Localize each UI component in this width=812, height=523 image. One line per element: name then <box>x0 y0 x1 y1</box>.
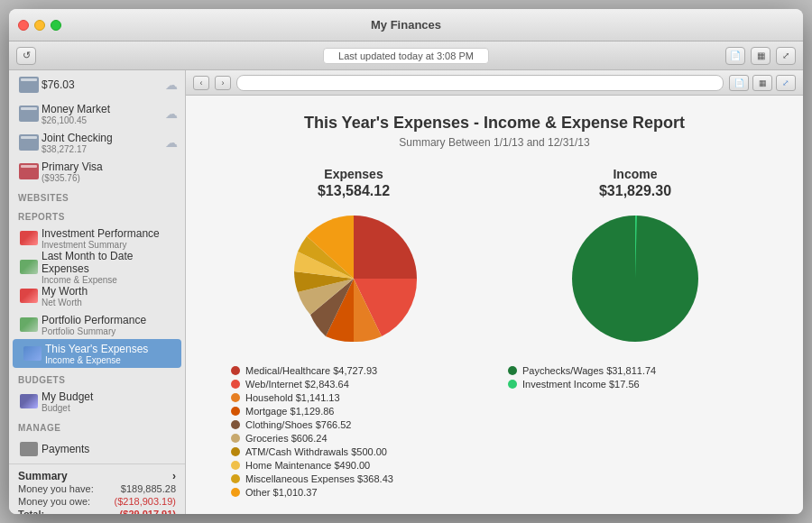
legend-dot-home-maint <box>231 461 240 470</box>
expenses-pie-chart <box>281 206 426 351</box>
report-subtitle: Summary Between 1/1/13 and 12/31/13 <box>213 136 776 149</box>
payments-icon <box>16 436 42 462</box>
legend-dot-clothing <box>231 420 240 429</box>
legend-item-atm: ATM/Cash Withdrawals $500.00 <box>231 446 481 457</box>
expenses-amount: $13,584.12 <box>318 183 390 199</box>
charts-row: Expenses $13,584.12 <box>213 167 776 351</box>
content-grid-button[interactable]: ▦ <box>752 75 772 91</box>
summary-expand[interactable]: › <box>172 470 176 482</box>
legend-item-household: Household $1,141.13 <box>231 392 481 403</box>
report-icon-3 <box>16 283 42 308</box>
sidebar: $76.03 ☁ Money Market $26,100.45 ☁ <box>9 70 186 514</box>
report-title: This Year's Expenses - Income & Expense … <box>213 114 776 133</box>
titlebar: My Finances <box>9 9 803 41</box>
cloud-icon-1: ☁ <box>165 78 178 92</box>
legend-item-mortgage: Mortgage $1,129.86 <box>231 406 481 417</box>
cloud-icon-3: ☁ <box>165 135 178 150</box>
summary-section: Summary › Money you have: $189,885.28 Mo… <box>9 463 185 514</box>
expenses-label: Expenses <box>324 167 383 181</box>
grid-icon-button[interactable]: ▦ <box>751 47 770 65</box>
content-forward-button[interactable]: › <box>215 76 231 90</box>
legend-item-home-maint: Home Maintenance $490.00 <box>231 460 481 471</box>
sidebar-item-investment-performance[interactable]: Investment Performance Investment Summar… <box>9 224 185 252</box>
summary-have-row: Money you have: $189,885.28 <box>18 482 176 495</box>
content-toolbar: ‹ › 📄 ▦ ⤢ <box>186 70 803 96</box>
manage-header: MANAGE <box>9 416 185 435</box>
report-icon-5 <box>20 341 45 366</box>
legend-container: Medical/Healthcare $4,727.93 Web/Interne… <box>213 365 776 498</box>
income-amount: $31,829.30 <box>599 183 671 199</box>
income-pie-chart <box>563 206 707 351</box>
content-expand-button[interactable]: ⤢ <box>776 75 796 91</box>
budget-icon <box>16 389 42 414</box>
legend-item-clothing: Clothing/Shoes $766.52 <box>231 419 481 430</box>
nav-buttons: ↺ <box>16 47 36 65</box>
websites-header: WEBSITES <box>9 186 185 205</box>
report-content: This Year's Expenses - Income & Expense … <box>186 96 803 514</box>
doc-icon-button[interactable]: 📄 <box>725 47 745 65</box>
summary-owe-row: Money you owe: ($218,903.19) <box>18 495 176 508</box>
report-icon-1 <box>16 225 42 251</box>
account-icon-4 <box>16 159 42 184</box>
sidebar-item-my-budget[interactable]: My Budget Budget <box>9 387 185 416</box>
legend-dot-paychecks <box>508 366 517 375</box>
cloud-icon-2: ☁ <box>165 106 178 121</box>
summary-total-row: Total: ($29,017.91) <box>18 508 176 514</box>
income-chart: Income $31,829.30 <box>563 167 707 351</box>
legend-item-medical: Medical/Healthcare $4,727.93 <box>231 365 481 376</box>
sidebar-item-payments[interactable]: Payments <box>9 435 185 463</box>
legend-dot-household <box>231 393 240 402</box>
expense-legend: Medical/Healthcare $4,727.93 Web/Interne… <box>231 365 481 498</box>
sidebar-item-money-market[interactable]: Money Market $26,100.45 ☁ <box>9 99 185 128</box>
income-label: Income <box>613 167 657 181</box>
report-icon-4 <box>16 312 42 337</box>
legend-dot-atm <box>231 447 240 456</box>
legend-item-other: Other $1,010.37 <box>231 487 481 498</box>
sidebar-item-primary-visa[interactable]: Primary Visa ($935.76) <box>9 157 185 186</box>
sidebar-item-account-1[interactable]: $76.03 ☁ <box>9 70 185 99</box>
reports-header: REPORTS <box>9 205 185 224</box>
expand-icon-button[interactable]: ⤢ <box>776 47 796 65</box>
account-icon-1 <box>16 72 42 97</box>
refresh-button[interactable]: ↺ <box>16 47 36 65</box>
account-icon-3 <box>16 130 42 155</box>
expenses-chart: Expenses $13,584.12 <box>281 167 426 351</box>
legend-dot-investment-income <box>508 380 517 389</box>
legend-dot-medical <box>231 366 240 375</box>
sidebar-item-portfolio-performance[interactable]: Portfolio Performance Portfolio Summary <box>9 310 185 339</box>
content-wrapper: ‹ › 📄 ▦ ⤢ This Year's Expenses - Income … <box>186 70 803 514</box>
sidebar-item-this-years-expenses[interactable]: This Year's Expenses Income & Expense <box>13 339 181 368</box>
close-button[interactable] <box>18 20 29 31</box>
toolbar-icons: 📄 ▦ ⤢ <box>725 47 796 65</box>
sidebar-item-last-month-expenses[interactable]: Last Month to Date Expenses Income & Exp… <box>9 252 185 281</box>
content-icons: 📄 ▦ ⤢ <box>729 75 796 91</box>
toolbar: ↺ Last updated today at 3:08 PM 📄 ▦ ⤢ <box>9 41 803 70</box>
legend-item-web: Web/Internet $2,843.64 <box>231 379 481 390</box>
content-back-button[interactable]: ‹ <box>193 76 209 90</box>
sidebar-item-my-worth[interactable]: My Worth Net Worth <box>9 281 185 310</box>
main-window: My Finances ↺ Last updated today at 3:08… <box>9 9 803 514</box>
minimize-button[interactable] <box>34 20 45 31</box>
content-doc-button[interactable]: 📄 <box>729 75 749 91</box>
legend-item-investment-income: Investment Income $17.56 <box>508 379 758 390</box>
budgets-header: BUDGETS <box>9 368 185 387</box>
legend-item-misc: Miscellaneous Expenses $368.43 <box>231 473 481 484</box>
legend-dot-web <box>231 380 240 389</box>
legend-dot-other <box>231 488 240 497</box>
legend-dot-groceries <box>231 434 240 443</box>
sidebar-item-joint-checking[interactable]: Joint Checking $38,272.17 ☁ <box>9 128 185 157</box>
window-title: My Finances <box>371 18 441 32</box>
status-bar: Last updated today at 3:08 PM <box>323 48 489 64</box>
report-icon-2 <box>16 254 42 280</box>
window-controls <box>18 20 61 31</box>
legend-item-paychecks: Paychecks/Wages $31,811.74 <box>508 365 758 376</box>
summary-header: Summary › <box>18 470 176 482</box>
legend-dot-misc <box>231 474 240 483</box>
account-icon-2 <box>16 101 42 126</box>
maximize-button[interactable] <box>51 20 61 31</box>
content-search-input[interactable] <box>236 75 724 91</box>
legend-item-groceries: Groceries $606.24 <box>231 433 481 444</box>
main-container: $76.03 ☁ Money Market $26,100.45 ☁ <box>9 70 803 514</box>
legend-dot-mortgage <box>231 407 240 416</box>
income-legend: Paychecks/Wages $31,811.74 Investment In… <box>508 365 758 498</box>
